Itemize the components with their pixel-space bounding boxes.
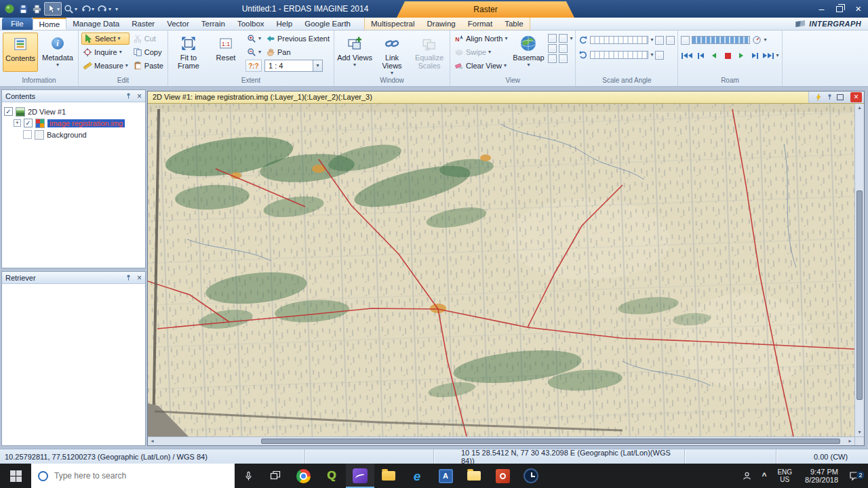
tree-item-image-registration[interactable]: + ✓ image registration.img <box>4 117 143 129</box>
equalize-scales-button[interactable]: Equalize Scales <box>412 33 447 72</box>
tab-terrain[interactable]: Terrain <box>195 18 231 30</box>
scale-slider[interactable] <box>590 36 648 44</box>
app-logo-button[interactable] <box>3 2 16 16</box>
pan-button[interactable]: Pan <box>264 46 331 58</box>
pixel-ratio-button[interactable]: ?:? <box>245 60 262 72</box>
zoom-out-button[interactable]: ▾ <box>245 46 262 58</box>
viewer-close-button[interactable]: × <box>850 92 862 102</box>
view-toggle-2-icon[interactable] <box>559 34 568 43</box>
cut-button[interactable]: Cut <box>132 33 165 45</box>
roam-skip-end-button[interactable] <box>762 50 774 61</box>
view-toggle-6-icon[interactable] <box>559 54 568 63</box>
action-center-button[interactable]: 2 <box>845 470 868 481</box>
horizontal-scrollbar[interactable]: ◂ ▸ <box>148 436 854 445</box>
pin-icon[interactable] <box>125 274 132 281</box>
roam-skip-start-button[interactable] <box>681 50 693 61</box>
vertical-scrollbar[interactable]: ▴ ▾ <box>854 104 864 436</box>
horizontal-scroll-thumb[interactable] <box>261 439 840 444</box>
rotate-ccw-icon[interactable] <box>578 35 588 45</box>
select-button[interactable]: Select▾ <box>81 33 130 45</box>
roam-step-forward-button[interactable] <box>749 50 761 61</box>
taskbar-app-edge[interactable]: e <box>403 464 431 488</box>
tab-format[interactable]: Format <box>462 18 498 30</box>
scale-step-icon[interactable] <box>655 36 664 45</box>
zoom-tool-button[interactable]: ▾ <box>62 2 79 16</box>
angle-step-icon[interactable] <box>655 51 664 60</box>
people-button[interactable] <box>737 471 757 481</box>
link-views-button[interactable]: Link Views ▾ <box>374 33 410 76</box>
roam-play-reverse-button[interactable] <box>708 50 720 61</box>
close-button[interactable]: × <box>855 5 861 13</box>
scroll-right-icon[interactable]: ▸ <box>846 437 854 445</box>
taskbar-app-clock[interactable] <box>517 464 545 488</box>
task-view-button[interactable] <box>262 464 289 488</box>
taskbar-app-qgis[interactable]: Q <box>317 464 346 488</box>
restore-button[interactable] <box>836 6 843 12</box>
roam-mode-icon[interactable] <box>681 36 690 45</box>
pin-icon[interactable] <box>826 93 833 101</box>
zoom-in-button[interactable]: ▾ <box>245 33 262 45</box>
raster-context-tab[interactable]: Raster <box>397 1 574 18</box>
copy-button[interactable]: Copy <box>132 46 165 58</box>
checkbox-2d-view[interactable]: ✓ <box>4 107 13 116</box>
scroll-down-icon[interactable]: ▾ <box>855 428 864 436</box>
viewer-titlebar[interactable]: 2D View #1: image registration.img (:Lay… <box>148 92 864 104</box>
search-box[interactable] <box>31 464 235 488</box>
tab-toolbox[interactable]: Toolbox <box>231 18 271 30</box>
scale-dropdown-button[interactable]: ▾ <box>313 60 322 71</box>
tab-help[interactable]: Help <box>271 18 299 30</box>
tab-raster[interactable]: Raster <box>125 18 161 30</box>
minimize-button[interactable]: – <box>818 5 824 12</box>
redo-button[interactable]: ▾ <box>96 2 113 16</box>
language-indicator[interactable]: ENG US <box>771 468 798 483</box>
swipe-button[interactable]: Swipe▾ <box>453 46 509 58</box>
qat-customize-button[interactable]: ▾ <box>113 2 119 16</box>
previous-extent-button[interactable]: Previous Extent <box>264 33 331 45</box>
tree-label-background[interactable]: Background <box>47 131 87 139</box>
roam-dial-icon[interactable] <box>752 35 762 45</box>
roam-speed-slider[interactable] <box>692 36 750 44</box>
view-toggle-5-icon[interactable] <box>548 54 557 63</box>
tree-label-2d-view[interactable]: 2D View #1 <box>28 108 66 116</box>
roam-step-back-button[interactable] <box>694 50 707 61</box>
checkbox-image-registration[interactable]: ✓ <box>24 119 33 127</box>
angle-slider[interactable] <box>590 51 648 59</box>
contents-button[interactable]: Contents <box>3 33 38 72</box>
vertical-scroll-thumb[interactable] <box>856 190 863 400</box>
reset-button[interactable]: 1:1 Reset <box>208 33 243 72</box>
tab-file[interactable]: File <box>2 18 33 30</box>
scale-lock-icon[interactable] <box>666 36 675 45</box>
undo-button[interactable]: ▾ <box>79 2 96 16</box>
view-toggle-3-icon[interactable] <box>548 44 557 53</box>
scroll-up-icon[interactable]: ▴ <box>855 104 864 112</box>
microphone-button[interactable] <box>235 464 262 488</box>
inquire-button[interactable]: Inquire▾ <box>81 46 130 58</box>
paste-button[interactable]: Paste <box>132 60 165 72</box>
clear-view-button[interactable]: Clear View▾ <box>453 60 509 72</box>
checkbox-background[interactable] <box>23 130 32 139</box>
pin-icon[interactable] <box>125 92 132 100</box>
taskbar-app-file-explorer[interactable] <box>374 464 403 488</box>
tab-vector[interactable]: Vector <box>161 18 195 30</box>
tree-label-image-registration[interactable]: image registration.img <box>47 119 125 127</box>
close-icon[interactable]: × <box>137 92 142 101</box>
add-views-button[interactable]: Add Views ▾ <box>337 33 372 72</box>
roam-stop-button[interactable] <box>722 50 734 61</box>
pointer-tool-button[interactable]: ▾ <box>44 2 62 16</box>
basemap-button[interactable]: Basemap ▾ <box>511 33 546 72</box>
start-button[interactable] <box>0 464 31 488</box>
tab-manage-data[interactable]: Manage Data <box>66 18 125 30</box>
tree-item-2d-view[interactable]: ✓ 2D View #1 <box>4 106 143 117</box>
scale-combobox[interactable]: 1 : 4 ▾ <box>264 60 323 72</box>
taskbar-app-red[interactable] <box>488 464 517 488</box>
map-image[interactable] <box>148 104 854 436</box>
taskbar-app-chrome[interactable] <box>289 464 317 488</box>
taskbar-clock[interactable]: 9:47 PM 8/29/2018 <box>798 468 845 485</box>
expand-icon[interactable]: + <box>14 119 21 127</box>
tab-drawing[interactable]: Drawing <box>421 18 462 30</box>
tab-google-earth[interactable]: Google Earth <box>298 18 357 30</box>
scroll-left-icon[interactable]: ◂ <box>148 437 157 445</box>
tray-chevron-up-icon[interactable]: ^ <box>757 471 771 481</box>
save-button[interactable] <box>17 2 30 16</box>
metadata-button[interactable]: i Metadata ▾ <box>40 33 75 72</box>
